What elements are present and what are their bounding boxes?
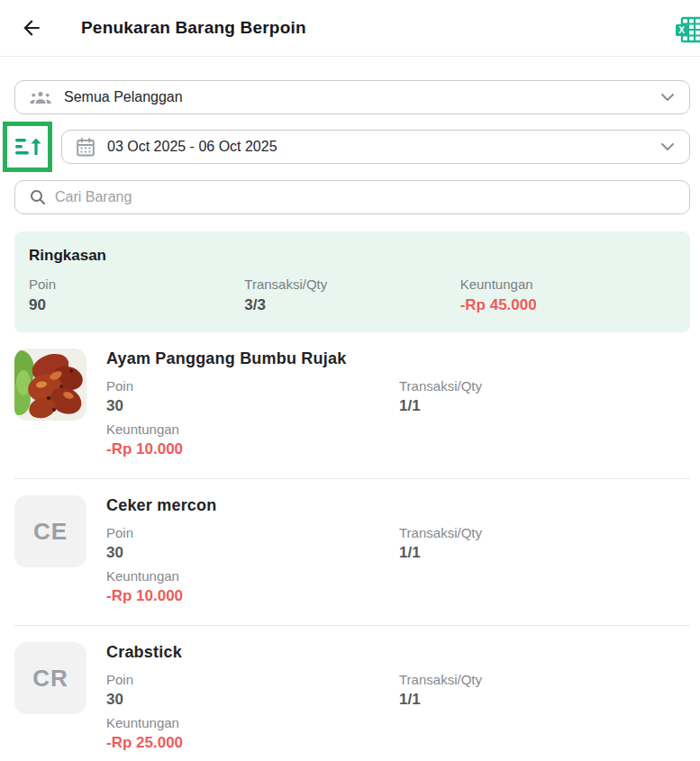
transaksi-label: Transaksi/Qty [399, 525, 690, 540]
sort-ascending-icon [14, 135, 41, 159]
item-metrics: Poin 30 Keuntungan -Rp 25.000 Transaksi/… [106, 672, 690, 752]
product-initials-avatar: CR [14, 642, 86, 714]
summary-metric-transaksi: Transaksi/Qty 3/3 [244, 276, 459, 314]
item-body: Ceker mercon Poin 30 Keuntungan -Rp 10.0… [106, 495, 690, 605]
filters-section: Semua Pelanggan [0, 80, 700, 214]
summary-metric-poin: Poin 90 [29, 276, 244, 314]
item-metrics: Poin 30 Keuntungan -Rp 10.000 Transaksi/… [106, 378, 690, 458]
summary-metrics: Poin 90 Transaksi/Qty 3/3 Keuntungan -Rp… [29, 276, 676, 314]
transaksi-label: Transaksi/Qty [399, 378, 690, 394]
poin-label: Poin [106, 525, 399, 540]
transaksi-value: 1/1 [399, 397, 690, 415]
metric-value: 90 [29, 296, 244, 314]
customer-filter-dropdown[interactable]: Semua Pelanggan [14, 80, 690, 114]
search-field[interactable] [14, 180, 690, 214]
keuntungan-value: -Rp 10.000 [106, 587, 399, 605]
metric-label: Keuntungan [460, 276, 676, 292]
poin-label: Poin [106, 672, 399, 687]
keuntungan-value: -Rp 25.000 [106, 734, 399, 752]
item-name: Crabstick [106, 643, 690, 662]
item-col-right: Transaksi/Qty 1/1 [399, 525, 690, 605]
item-col-right: Transaksi/Qty 1/1 [399, 378, 690, 458]
redeemed-items-list: Ayam Panggang Bumbu Rujak Poin 30 Keuntu… [14, 332, 690, 761]
keuntungan-label: Keuntungan [106, 715, 399, 730]
list-item[interactable]: Ayam Panggang Bumbu Rujak Poin 30 Keuntu… [14, 332, 690, 479]
calendar-icon [77, 138, 95, 157]
product-initials-avatar: CE [14, 495, 86, 567]
metric-label: Transaksi/Qty [244, 276, 459, 292]
list-item[interactable]: CE Ceker mercon Poin 30 Keuntungan -Rp 1… [14, 479, 690, 626]
keuntungan-value: -Rp 10.000 [106, 440, 399, 458]
item-body: Ayam Panggang Bumbu Rujak Poin 30 Keuntu… [106, 349, 690, 458]
item-col-right: Transaksi/Qty 1/1 [399, 672, 690, 752]
date-filter-row: 03 Oct 2025 - 06 Oct 2025 [0, 122, 700, 172]
item-col-left: Poin 30 Keuntungan -Rp 25.000 [106, 672, 399, 752]
summary-metric-keuntungan: Keuntungan -Rp 45.000 [460, 276, 676, 314]
search-input[interactable] [55, 189, 675, 205]
page-title: Penukaran Barang Berpoin [81, 18, 306, 38]
product-photo [14, 349, 86, 421]
transaksi-label: Transaksi/Qty [399, 672, 690, 687]
transaksi-value: 1/1 [399, 691, 690, 709]
metric-label: Poin [29, 276, 244, 292]
keuntungan-label: Keuntungan [106, 421, 399, 437]
item-col-left: Poin 30 Keuntungan -Rp 10.000 [106, 378, 399, 458]
item-name: Ayam Panggang Bumbu Rujak [106, 349, 690, 368]
metric-value: 3/3 [244, 296, 459, 314]
item-metrics: Poin 30 Keuntungan -Rp 10.000 Transaksi/… [106, 525, 690, 605]
customer-filter-value: Semua Pelanggan [64, 89, 660, 105]
chevron-down-icon [660, 93, 675, 102]
search-icon [30, 189, 46, 205]
date-range-dropdown[interactable]: 03 Oct 2025 - 06 Oct 2025 [61, 130, 690, 164]
arrow-left-icon [20, 16, 43, 40]
metric-value-negative: -Rp 45.000 [460, 296, 676, 314]
list-item[interactable]: CR Crabstick Poin 30 Keuntungan -Rp 25.0… [14, 626, 690, 761]
summary-card: Ringkasan Poin 90 Transaksi/Qty 3/3 Keun… [14, 231, 690, 332]
item-body: Crabstick Poin 30 Keuntungan -Rp 25.000 … [106, 642, 690, 752]
app-header: Penukaran Barang Berpoin X [0, 0, 700, 57]
date-range-value: 03 Oct 2025 - 06 Oct 2025 [107, 139, 660, 155]
keuntungan-label: Keuntungan [106, 568, 399, 584]
excel-export-button[interactable]: X [674, 15, 700, 44]
back-button[interactable] [18, 14, 45, 41]
poin-value: 30 [106, 397, 399, 415]
poin-value: 30 [106, 544, 399, 562]
excel-export-icon: X [674, 15, 700, 44]
item-col-left: Poin 30 Keuntungan -Rp 10.000 [106, 525, 399, 605]
item-name: Ceker mercon [106, 496, 690, 515]
svg-text:X: X [678, 25, 685, 35]
groups-icon [30, 90, 51, 105]
poin-label: Poin [106, 378, 399, 394]
summary-title: Ringkasan [29, 247, 676, 265]
transaksi-value: 1/1 [399, 544, 690, 562]
sort-button[interactable] [3, 122, 52, 172]
chevron-down-icon [660, 142, 675, 151]
poin-value: 30 [106, 691, 399, 709]
